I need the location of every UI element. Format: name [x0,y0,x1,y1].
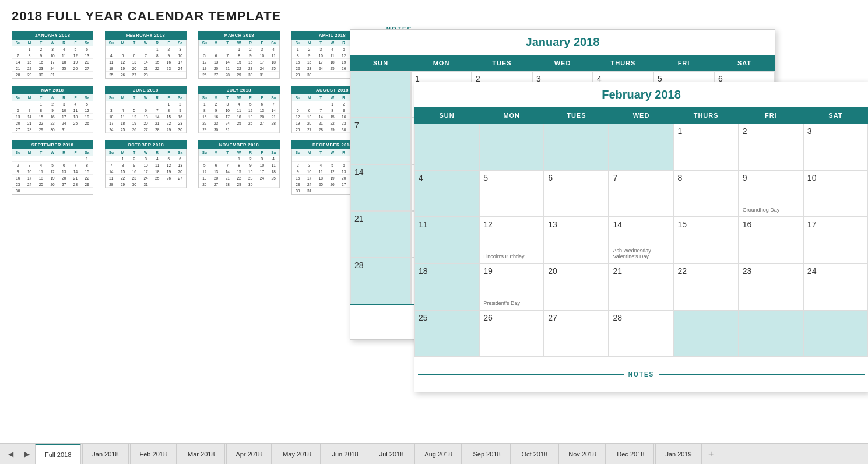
large-cal-day-header: TUES [544,107,609,124]
small-cal-cell [81,72,93,78]
tab-prev-button[interactable]: ◀ [2,444,19,464]
tab-item[interactable]: Jun 2018 [322,444,368,464]
small-cal-cell: 23 [47,120,58,126]
large-cal-cell: 1 [674,124,739,170]
small-cal-cell: 25 [152,175,163,181]
large-cal-day-header: THURS [593,55,653,71]
small-cal-cell: 17 [222,114,233,120]
small-cal-cell: 26 [81,120,93,126]
small-cal-cell: 22 [326,120,338,126]
large-cal-cell: 7 [609,170,673,217]
large-cal-date: 24 [807,266,864,276]
large-cal-date: 15 [678,220,735,229]
day-label: R [152,40,163,46]
small-cal-cell: 12 [292,114,304,120]
small-cal-cell: 11 [106,59,117,65]
small-cal-cell: 6 [210,52,222,59]
small-cal-cell: 9 [245,52,256,59]
small-cal-cell [268,72,279,78]
day-label: Su [292,94,304,101]
small-cal-cell: 2 [245,46,256,52]
small-cal-cell: 13 [304,114,315,120]
small-cal-cell: 18 [233,114,245,120]
tab-item[interactable]: Nov 2018 [558,444,606,464]
small-cal-cell: 29 [35,126,47,133]
large-cal-title: January 2018 [350,30,775,55]
day-label: F [256,149,268,156]
large-cal-date: 23 [743,266,799,276]
small-cal-cell: 12 [128,114,140,120]
small-calendar-jan2018: JANUARY 2018SuMTWRFSa1234567891011121314… [12,31,93,79]
day-label: T [222,149,233,156]
small-cal-cell [210,46,222,52]
small-cal-cell: 30 [304,72,315,78]
small-cal-cell: 6 [304,107,315,114]
tab-add-button[interactable]: + [702,444,720,464]
tab-item[interactable]: Jul 2018 [370,444,414,464]
small-cal-cell: 2 [292,162,304,168]
large-cal-cell: 14 [350,164,411,211]
day-label: Su [199,94,210,101]
day-label: R [58,40,70,46]
tab-item[interactable]: May 2018 [273,444,321,464]
tab-item[interactable]: Dec 2018 [607,444,654,464]
small-calendar-jun2018: JUNE 2018SuMTWRFSa1234567891011121314151… [105,86,187,133]
small-cal-cell: 1 [163,101,175,107]
tab-item[interactable]: Apr 2018 [226,444,272,464]
small-cal-cell [35,156,47,162]
large-cal-date: 17 [807,220,864,229]
tab-item[interactable]: Full 2018 [35,444,81,464]
tab-item[interactable]: Aug 2018 [414,444,462,464]
small-cal-cell: 19 [326,175,338,181]
small-cal-header: MAY 2018 [12,86,93,94]
large-cal-cell [739,310,803,357]
day-label: W [140,149,152,156]
tab-item[interactable]: Sep 2018 [463,444,510,464]
day-label: M [24,94,36,101]
small-cal-cell: 23 [128,175,140,181]
small-cal-cell: 1 [152,46,163,52]
day-label: W [233,149,245,156]
day-label: T [128,94,140,101]
small-cal-cell: 16 [210,114,222,120]
day-label: T [315,94,326,101]
small-cal-cell: 15 [326,114,338,120]
tab-item[interactable]: Feb 2018 [130,444,177,464]
tab-item[interactable]: Jan 2019 [655,444,701,464]
day-label: M [210,149,222,156]
small-cal-cell: 25 [70,120,82,126]
small-cal-header: SEPTEMBER 2018 [12,140,93,149]
large-cal-cell: 9 Groundhog Day [739,170,803,217]
small-cal-cell: 7 [315,107,326,114]
large-cal-date: 6 [548,173,605,182]
small-cal-cell: 3 [304,162,315,168]
tab-item[interactable]: Mar 2018 [178,444,224,464]
small-cal-cell [106,46,117,52]
small-cal-cell: 1 [326,101,338,107]
small-cal-cell: 2 [35,46,47,52]
small-cal-header: JUNE 2018 [105,86,187,94]
small-cal-cell: 30 [245,181,256,188]
large-cal-day-header: MON [411,55,472,71]
small-cal-cell: 9 [12,168,24,175]
small-cal-cell: 8 [152,52,163,59]
small-cal-cell: 23 [245,175,256,181]
small-cal-cell [326,188,338,194]
small-cal-cell: 29 [81,181,93,188]
tab-next-button[interactable]: ▶ [19,444,35,464]
small-cal-cell: 8 [24,52,36,59]
large-cal-day-header: WED [532,55,593,71]
small-cal-cell: 16 [163,59,175,65]
small-cal-cell: 15 [233,59,245,65]
day-label: Su [106,40,117,46]
small-cal-cell: 30 [128,181,140,188]
large-cal-date: 5 [483,173,540,182]
day-label: R [338,40,350,46]
small-cal-cell: 11 [117,114,129,120]
large-cal-day-header: SUN [350,55,411,71]
day-label: Sa [81,94,93,101]
tab-item[interactable]: Jan 2018 [82,444,128,464]
tab-item[interactable]: Oct 2018 [512,444,558,464]
large-cal-title: February 2018 [414,82,868,107]
large-cal-date: 9 [743,173,799,182]
